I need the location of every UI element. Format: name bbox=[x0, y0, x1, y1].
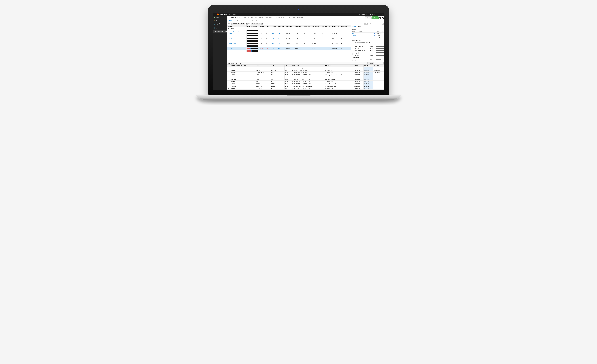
subtab-rules[interactable]: Rules bbox=[244, 20, 251, 22]
find-input[interactable] bbox=[369, 23, 381, 25]
column-header[interactable]: # Null bbox=[265, 25, 270, 27]
filter-icon[interactable]: ▽ bbox=[366, 23, 368, 24]
layout-icon[interactable]: ▭ bbox=[377, 62, 379, 64]
sidebar-item-my-import-export-logs[interactable]: ▤My Import/Export Logs bbox=[213, 26, 227, 30]
help-icon[interactable]: ? bbox=[382, 14, 383, 15]
stats-select[interactable]: All Statistics bbox=[251, 23, 261, 25]
sidebar-item-explore[interactable]: 📁Explore bbox=[213, 19, 227, 23]
more-icon[interactable]: ⋯ bbox=[379, 17, 381, 19]
column-header[interactable]: Maximum L… bbox=[321, 25, 331, 27]
preview-header[interactable]: YEAR bbox=[285, 65, 291, 67]
preview-row[interactable]: 7C89001BUICKREGAL1988VEHICLE SPEED CONTR… bbox=[227, 81, 384, 83]
preview-row[interactable]: 5C87002ARROWCRAFTARROWCRAFT1978SUSPENSIO… bbox=[227, 76, 384, 78]
column-header[interactable]: Minimum Le… bbox=[341, 25, 351, 27]
sidebar-item-profile-nhtsa-data[interactable]: ▮Profile_NHTSA_Data⊗ bbox=[213, 30, 227, 33]
column-header[interactable]: Value Distribution bbox=[247, 25, 259, 27]
product-name[interactable]: Data Profiling bbox=[228, 14, 236, 15]
column-header[interactable]: Columns bbox=[227, 25, 247, 27]
column-name[interactable]: YEAR bbox=[227, 37, 247, 40]
preview-row[interactable]: 2C85007CHEVROLETCELEBRITY1983SERVICE BRA… bbox=[227, 69, 384, 72]
preview-row[interactable]: 6C87003FORDE3501984VEHICLE SPEED CONTROL… bbox=[227, 78, 384, 81]
table-row[interactable]: YEAR 0% 0 0.43% 57 99.57% 13338 1 100% 4… bbox=[227, 37, 351, 40]
table-row[interactable]: CDATE 27.5% 3683 4.97% 666 67.53% 9046 2… bbox=[227, 47, 351, 50]
user-icon[interactable]: ☰ bbox=[379, 14, 381, 15]
menu-icon[interactable] bbox=[214, 14, 216, 15]
document-tab[interactable]: ▮ Profile_NHTSA_D… bbox=[227, 16, 243, 19]
sidebar-item-new-[interactable]: ＋New… bbox=[213, 16, 227, 19]
queries-button[interactable]: Queries bbox=[367, 62, 374, 64]
column-name[interactable]: MFR_NAME bbox=[227, 42, 247, 45]
column-header[interactable]: % of Top Pa… bbox=[311, 25, 321, 27]
table-row[interactable]: MAKE 0% 0 0.26% 35 99.74% 13360 4 75.46%… bbox=[227, 32, 351, 35]
preview-row[interactable]: 9C89001CADILLACSEVILLE1985VEHICLE SPEED … bbox=[227, 85, 384, 87]
table-row[interactable]: COMPNAME 0% 0 1.36% 182 98.64% 13213 7 4… bbox=[227, 40, 351, 42]
group-row[interactable]: ▼ Columns bbox=[227, 27, 351, 30]
layout-icon[interactable]: ▯ bbox=[379, 62, 381, 64]
column-header[interactable]: % Distinct bbox=[270, 25, 278, 27]
preview-header[interactable]: NHTSA_ACTION_NUMBER bbox=[231, 65, 255, 67]
datatype-checkbox[interactable] bbox=[352, 54, 354, 56]
pattern-checkbox[interactable] bbox=[352, 59, 354, 61]
details-tab-rules[interactable]: Rules bbox=[358, 26, 361, 28]
chevron-down-icon[interactable]: ▾ bbox=[372, 14, 373, 15]
info-icon[interactable]: ? bbox=[369, 42, 370, 43]
trend-type[interactable]: Null bbox=[352, 33, 359, 34]
column-header[interactable]: # Distinct bbox=[278, 25, 285, 27]
preview-header[interactable]: CAMPNO bbox=[373, 65, 384, 67]
preview-row[interactable]: 4C86001AUDI50001980VEHICLE SPEED CONTROL… bbox=[227, 74, 384, 76]
column-header[interactable]: # Patterns bbox=[304, 25, 311, 27]
chevron-down-icon[interactable]: ▾ bbox=[237, 14, 238, 15]
sort-icon[interactable]: ↕ bbox=[364, 23, 366, 24]
dropdown-icon[interactable]: ▾ bbox=[246, 23, 248, 24]
gear-icon[interactable]: ⚙ bbox=[382, 23, 384, 24]
preview-header[interactable]: MFR_NAME bbox=[324, 65, 354, 67]
column-name[interactable]: ODATE bbox=[227, 45, 247, 47]
column-name[interactable]: MAKE bbox=[227, 32, 247, 35]
column-name[interactable]: CDATE bbox=[227, 47, 247, 50]
datatype-checkbox[interactable] bbox=[352, 50, 354, 52]
datatype-checkbox[interactable] bbox=[352, 47, 354, 49]
preview-row[interactable]: 8C89001BUICKRIVIERA1984VEHICLE SPEED CON… bbox=[227, 83, 384, 85]
run-button[interactable]: Run bbox=[372, 16, 378, 19]
table-row[interactable]: MODEL 0% 0 2.87% 384 97.13% 13011 1 36.8… bbox=[227, 35, 351, 37]
layout-icon[interactable]: ≡ bbox=[382, 62, 384, 64]
table-row[interactable]: NHTSA_ACTION_NUMBER 0% 0 6.05% 810 93.95… bbox=[227, 30, 351, 32]
preview-row[interactable]: 3C85007OLDSMOBILECIERA1983SERVICE BRAKES… bbox=[227, 72, 384, 74]
filter-icon[interactable]: ▽ bbox=[375, 62, 377, 64]
column-name[interactable]: NHTSA_ACTION_NUMBER bbox=[227, 30, 247, 32]
preview-header[interactable] bbox=[227, 65, 231, 67]
column-header[interactable]: Maximum … bbox=[331, 25, 341, 27]
preview-header[interactable]: CDATE bbox=[363, 65, 373, 67]
preview-row[interactable]: 1C85007BUICKCENTURY1983SERVICE BRAKES, H… bbox=[227, 67, 384, 69]
org-name[interactable]: Informatica Ireland Ltd bbox=[357, 14, 371, 15]
flag-icon[interactable]: ⚑ bbox=[376, 14, 378, 15]
preview-header[interactable]: MAKE bbox=[255, 65, 270, 67]
preview-header[interactable]: ODATE bbox=[354, 65, 363, 67]
trend-section[interactable]: Trend bbox=[352, 29, 384, 30]
subtab-schedule[interactable]: Schedule bbox=[251, 20, 259, 22]
column-name[interactable]: CAMPNO bbox=[227, 50, 247, 53]
sidebar-item-my-jobs[interactable]: ▤My Jobs bbox=[213, 23, 227, 26]
subtab-results[interactable]: Results bbox=[227, 19, 235, 22]
column-header[interactable]: % Non-dist… bbox=[285, 25, 294, 27]
patterns-section[interactable]: Patterns (2) bbox=[352, 57, 384, 58]
datatypes-section[interactable]: Data Types (5) bbox=[352, 40, 384, 41]
table-row[interactable]: MFR_NAME 0% 0 0.19% 25 99.81% 13370 4 85… bbox=[227, 42, 351, 45]
column-name[interactable]: MODEL bbox=[227, 35, 247, 37]
column-header[interactable]: % Null bbox=[259, 25, 265, 27]
column-name[interactable]: COMPNAME bbox=[227, 40, 247, 42]
details-tab-details[interactable]: Details bbox=[352, 26, 356, 28]
view-select[interactable]: Columns and Rules bbox=[231, 23, 245, 25]
save-button[interactable]: Save bbox=[365, 16, 371, 19]
column-header[interactable]: # Non-disti… bbox=[294, 25, 304, 27]
preview-row[interactable]: 10C89001OLDSMOBILECUTLASS1986VEHICLE SPE… bbox=[227, 87, 384, 90]
table-row[interactable]: ODATE 0% 0 5.27% 706 94.73% 12689 1 100%… bbox=[227, 45, 351, 47]
subtab-definition[interactable]: Definition bbox=[235, 20, 244, 22]
table-row[interactable]: CAMPNO 35.81% 4539 4.5% 570 61.89% 8290 … bbox=[227, 50, 351, 53]
close-icon[interactable]: ✕ bbox=[382, 17, 385, 19]
dropdown-icon[interactable]: ▾ bbox=[261, 23, 263, 24]
trend-type[interactable]: Distinct bbox=[352, 35, 359, 36]
preview-header[interactable]: COMPNAME bbox=[291, 65, 324, 67]
datatype-checkbox[interactable] bbox=[352, 52, 354, 54]
preview-header[interactable]: MODEL bbox=[270, 65, 284, 67]
